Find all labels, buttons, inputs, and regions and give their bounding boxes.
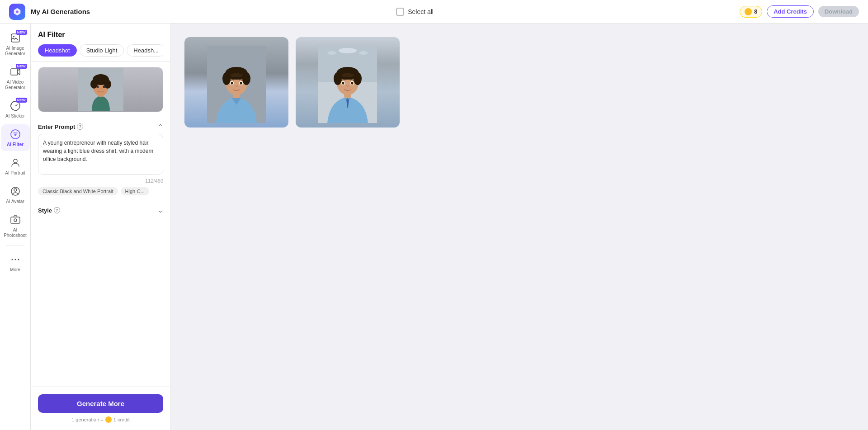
style-section: Style ? ⌄ [31, 201, 170, 225]
sidebar-item-more[interactable]: More [1, 250, 30, 276]
svg-point-18 [90, 80, 98, 89]
svg-point-11 [11, 259, 13, 260]
coin-icon [745, 8, 752, 15]
portrait-thumbnail [38, 67, 163, 112]
credit-info: 1 generation = 1 credit [38, 416, 163, 423]
generated-image-1[interactable] [184, 37, 288, 128]
sidebar-label-ai-image-generator: AI Image Generator [3, 46, 28, 57]
more-icon [9, 253, 22, 266]
svg-point-8 [14, 189, 17, 191]
sidebar-label-ai-portrait: AI Portrait [5, 170, 25, 176]
select-all-checkbox[interactable] [396, 8, 404, 16]
app-logo [9, 4, 25, 20]
svg-rect-9 [11, 217, 20, 223]
person-svg-1 [207, 46, 266, 123]
prompt-header: Enter Prompt ? ⌃ [38, 123, 163, 130]
svg-point-27 [242, 72, 250, 85]
sidebar-label-ai-avatar: AI Avatar [6, 199, 24, 204]
style-help-icon[interactable]: ? [54, 207, 60, 213]
svg-point-35 [339, 48, 357, 53]
sidebar-item-ai-photoshoot[interactable]: AI Photoshoot [1, 210, 30, 242]
person-svg-2 [318, 46, 377, 123]
sidebar-item-ai-image-generator[interactable]: NEW AI Image Generator [1, 28, 30, 60]
prompt-textarea[interactable]: A young entrepreneur with neatly styled … [38, 134, 163, 175]
topbar-left: My AI Generations [9, 4, 90, 20]
filter-panel: AI Filter Headshot Studio Light Headsh..… [31, 24, 171, 430]
svg-point-37 [359, 51, 368, 55]
prompt-tag-0[interactable]: Classic Black and White Portrait [38, 187, 118, 195]
sidebar-label-more: More [10, 267, 20, 273]
sidebar-nav: NEW AI Image Generator NEW AI Video Gene… [0, 24, 31, 430]
filter-tabs: Headshot Studio Light Headsh... [38, 44, 163, 57]
prompt-help-icon[interactable]: ? [77, 123, 83, 130]
topbar-right: 8 Add Credits Download [740, 5, 859, 18]
prompt-collapse-icon[interactable]: ⌃ [158, 123, 163, 130]
topbar: My AI Generations Select all 8 Add Credi… [0, 0, 868, 24]
svg-point-0 [16, 10, 19, 13]
svg-point-19 [104, 80, 111, 89]
new-badge-video: NEW [16, 64, 27, 69]
style-header: Style ? ⌄ [38, 201, 163, 219]
svg-point-42 [354, 72, 362, 85]
prompt-tags: Classic Black and White Portrait High-C.… [38, 187, 163, 195]
new-badge-sticker: NEW [16, 98, 27, 103]
char-count: 112/450 [38, 178, 163, 184]
sidebar-item-ai-video-generator[interactable]: NEW AI Video Generator [1, 62, 30, 94]
content-area [171, 24, 868, 430]
style-expand-icon[interactable]: ⌄ [158, 207, 163, 214]
svg-rect-3 [11, 69, 18, 75]
sidebar-label-ai-video-generator: AI Video Generator [3, 80, 28, 90]
svg-point-6 [14, 159, 17, 163]
main-layout: NEW AI Image Generator NEW AI Video Gene… [0, 24, 868, 430]
svg-point-44 [342, 82, 344, 85]
svg-point-2 [13, 36, 14, 37]
panel-spacer [31, 225, 170, 387]
panel-title: AI Filter [38, 31, 163, 39]
credits-badge: 8 [740, 6, 762, 18]
portrait-icon [9, 156, 22, 169]
generate-more-button[interactable]: Generate More [38, 394, 163, 413]
svg-point-41 [334, 72, 342, 85]
svg-point-36 [327, 51, 336, 55]
prompt-label: Enter Prompt ? [38, 123, 83, 130]
select-all-area: Select all [396, 8, 434, 16]
svg-point-46 [351, 82, 354, 85]
svg-point-26 [222, 72, 231, 85]
sidebar-label-ai-photoshoot: AI Photoshoot [3, 227, 28, 238]
download-button[interactable]: Download [818, 6, 859, 17]
sidebar-label-ai-sticker: AI Sticker [5, 113, 25, 119]
sidebar-label-ai-filter: AI Filter [7, 142, 24, 147]
add-credits-button[interactable]: Add Credits [767, 5, 814, 18]
svg-point-21 [103, 85, 105, 88]
svg-point-31 [240, 82, 242, 85]
sidebar-item-ai-avatar[interactable]: AI Avatar [1, 181, 30, 208]
filter-tab-headsh2[interactable]: Headsh... [127, 44, 163, 57]
upload-area[interactable] [38, 67, 163, 112]
nav-divider [6, 246, 24, 246]
credit-coin-icon [105, 416, 112, 423]
style-label: Style ? [38, 207, 60, 214]
svg-point-12 [14, 259, 16, 260]
panel-header: AI Filter Headshot Studio Light Headsh..… [31, 24, 170, 61]
new-badge-image: NEW [16, 30, 27, 35]
svg-point-10 [14, 219, 17, 222]
generate-footer: Generate More 1 generation = 1 credit [31, 387, 170, 430]
sidebar-item-ai-filter[interactable]: AI Filter [1, 124, 30, 151]
avatar-icon [9, 185, 22, 198]
filter-tab-studio-light[interactable]: Studio Light [80, 44, 124, 57]
prompt-section: Enter Prompt ? ⌃ A young entrepreneur wi… [31, 118, 170, 201]
credit-info-label: 1 generation = [71, 417, 104, 422]
sidebar-item-ai-portrait[interactable]: AI Portrait [1, 153, 30, 180]
photoshoot-icon [9, 213, 22, 226]
filter-icon [9, 128, 22, 141]
prompt-tag-1[interactable]: High-C... [121, 187, 149, 195]
credit-info-value: 1 credit [113, 417, 130, 422]
select-all-label[interactable]: Select all [408, 8, 434, 15]
svg-point-20 [96, 85, 99, 88]
svg-point-29 [231, 82, 233, 85]
filter-tab-headshot[interactable]: Headshot [38, 44, 77, 57]
generated-image-2[interactable] [296, 37, 400, 128]
svg-point-13 [18, 259, 19, 260]
sidebar-item-ai-sticker[interactable]: NEW AI Sticker [1, 96, 30, 123]
page-title: My AI Generations [31, 8, 90, 15]
